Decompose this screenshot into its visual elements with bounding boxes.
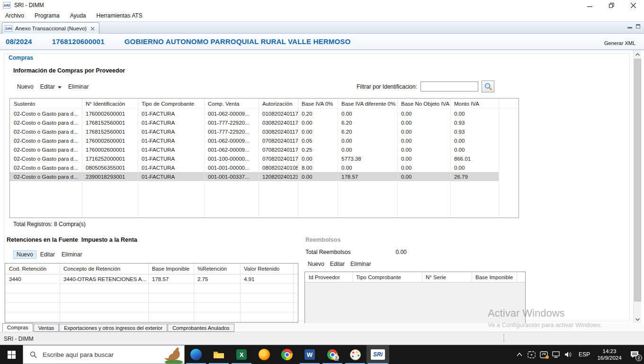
tab-close-icon[interactable] [90, 27, 95, 31]
col-autorizacion[interactable]: Autorización [259, 101, 298, 107]
compras-editar-button[interactable]: Editar [40, 83, 55, 90]
start-button[interactable] [0, 345, 23, 364]
menu-item-programa[interactable]: Programa [29, 12, 65, 19]
compras-table-header: Sustento N° Identificación Tipo de Compr… [10, 99, 519, 109]
menu-item-herramientas-ats[interactable]: Herramientas ATS [91, 12, 148, 19]
taskbar-icon-word[interactable]: W [298, 345, 321, 364]
tab-anexo-transaccional[interactable]: SRi Anexo Transaccional (Nuevo) [2, 22, 99, 34]
bottom-tab-comprobantes-anulados[interactable]: Comprobantes Anulados [168, 324, 234, 332]
col-concepto[interactable]: Concepto de Retención [60, 266, 148, 272]
statusbar-text: SRI - DIMM [4, 336, 34, 342]
filter-search-button[interactable] [482, 81, 494, 92]
taskbar-icon-sri-dimm[interactable]: SRi [367, 345, 389, 364]
search-icon [484, 82, 492, 91]
retenciones-table-header: Cod. Retención Concepto de Retención Bas… [5, 264, 298, 274]
scroll-down-icon[interactable] [634, 315, 642, 323]
scrollbar-thumb[interactable] [634, 59, 641, 301]
compras-table-row[interactable]: 02-Costo o Gasto para d... 1768152560001… [10, 127, 519, 136]
total-registros: Total Registros: 8 Compra(s) [13, 221, 86, 228]
window-title: SRI - DIMM [14, 2, 44, 9]
col-id-proveedor[interactable]: Id Proveedor [305, 274, 352, 280]
tray-chevron-up-icon[interactable] [513, 345, 526, 364]
file-explorer-icon [213, 350, 224, 359]
notification-button[interactable]: 2 [625, 345, 644, 364]
col-n-serie[interactable]: N° Serie [422, 274, 472, 280]
col-base-imponible[interactable]: Base Imponible [148, 266, 194, 272]
tray-network-icon[interactable] [550, 345, 563, 364]
col-base-no-objeto[interactable]: Base No Objeto IVA [397, 101, 450, 107]
col-sustento[interactable]: Sustento [10, 101, 82, 107]
tray-update-icon[interactable] [538, 345, 550, 364]
view-minimize-icon[interactable] [627, 24, 632, 28]
col-base-iva-diferente[interactable]: Base IVA diferente 0% [338, 101, 397, 107]
bottom-tab-ventas[interactable]: Ventas [34, 324, 59, 332]
compras-toolbar: Nuevo Editar Eliminar [17, 83, 95, 90]
col-identificacion[interactable]: N° Identificación [82, 101, 138, 107]
retenciones-table: Cod. Retención Concepto de Retención Bas… [5, 263, 298, 323]
compras-nuevo-button[interactable]: Nuevo [17, 83, 34, 90]
compras-table-row[interactable]: 02-Costo o Gasto para d... 2390018293001… [10, 172, 519, 181]
editar-dropdown-icon[interactable] [58, 86, 62, 89]
reembolsos-table-header: Id Proveedor Tipo Comprobante N° Serie B… [305, 272, 525, 282]
taskbar-search-box[interactable]: Escribe aquí para buscar [23, 345, 185, 364]
taskbar-icon-edge[interactable] [185, 345, 207, 364]
col-tipo-comprobante-reemb[interactable]: Tipo Comprobante [352, 274, 422, 280]
firefox-icon [259, 349, 270, 360]
search-icon [30, 351, 37, 358]
taskbar-icon-paint[interactable] [344, 345, 367, 364]
filter-input[interactable] [420, 82, 478, 91]
reembolsos-nuevo-button[interactable]: Nuevo [308, 261, 324, 267]
retenciones-table-row[interactable]: 3440 3440-OTRAS RETENCIONES A... 178.57 … [5, 274, 298, 284]
compras-table-row[interactable]: 02-Costo o Gasto para d... 1716252000001… [10, 154, 519, 163]
generar-xml-button[interactable]: Generar XML [604, 40, 635, 46]
reembolsos-editar-button[interactable]: Editar [330, 261, 345, 267]
close-button[interactable] [622, 0, 644, 10]
menubar: Archivo Programa Ayuda Herramientas ATS [0, 10, 644, 21]
notification-badge: 2 [635, 355, 642, 361]
language-indicator[interactable]: ESP [575, 351, 594, 358]
compras-table-row[interactable]: 02-Costo o Gasto para d... 1760002600001… [10, 145, 519, 154]
menu-item-ayuda[interactable]: Ayuda [65, 12, 91, 19]
retenciones-nuevo-button[interactable]: Nuevo [13, 250, 36, 259]
taskbar-icon-firefox[interactable] [253, 345, 276, 364]
tab-sri-logo-icon: SRi [5, 25, 12, 32]
col-cod-retencion[interactable]: Cod. Retención [5, 266, 60, 272]
taskbar-icon-chrome-profile[interactable] [321, 345, 344, 364]
ruc-label: 1768120600001 [52, 37, 105, 46]
col-monto-iva[interactable]: Monto IVA [450, 101, 499, 107]
col-pct-retencion[interactable]: %Retención [194, 266, 240, 272]
col-base-iva-0[interactable]: Base IVA 0% [298, 101, 338, 107]
retenciones-editar-button[interactable]: Editar [40, 251, 55, 258]
view-maximize-icon[interactable] [636, 24, 640, 28]
taskbar-icon-excel[interactable]: X [230, 345, 253, 364]
compras-table-row[interactable]: 02-Costo o Gasto para d... 1768152560001… [10, 118, 519, 127]
bottom-tab-compras[interactable]: Compras [2, 323, 33, 332]
compras-table-row[interactable]: 02-Costo o Gasto para d... 1760002600001… [10, 136, 519, 145]
compras-table-row[interactable]: 02-Costo o Gasto para d... 1760002600001… [10, 109, 519, 118]
taskbar-icon-file-explorer[interactable] [207, 345, 230, 364]
scroll-up-icon[interactable] [634, 50, 642, 58]
col-comp-venta[interactable]: Comp. Venta [204, 101, 259, 107]
taskbar-clock[interactable]: 14:23 16/9/2024 [594, 348, 625, 361]
retenciones-eliminar-button[interactable]: Eliminar [62, 251, 82, 258]
compras-table-row[interactable]: 02-Costo o Gasto para d... 0805056355001… [10, 163, 519, 172]
compras-eliminar-button[interactable]: Eliminar [68, 83, 89, 90]
restore-button[interactable] [600, 0, 622, 10]
reembolsos-eliminar-button[interactable]: Eliminar [350, 261, 371, 267]
excel-icon: X [236, 349, 247, 360]
col-valor-retenido[interactable]: Valor Retenido [240, 266, 293, 272]
tray-cast-icon[interactable] [526, 345, 538, 364]
taskbar-icon-chrome[interactable] [276, 345, 298, 364]
vertical-scrollbar[interactable] [633, 50, 641, 323]
col-tipo-comprobante[interactable]: Tipo de Comprobante [138, 101, 204, 107]
col-base-imponible-reemb[interactable]: Base Imponible [472, 274, 517, 280]
tray-volume-icon[interactable] [563, 345, 575, 364]
retenciones-empty-rows [5, 284, 298, 322]
bottom-tab-exportaciones[interactable]: Exportaciones y otros ingresos del exter… [59, 324, 167, 332]
sri-icon: SRi [371, 349, 385, 360]
minimize-button[interactable] [579, 0, 600, 10]
menu-item-archivo[interactable]: Archivo [0, 12, 29, 19]
profile-avatar [333, 355, 339, 361]
compras-table-body: 02-Costo o Gasto para d... 1760002600001… [10, 109, 519, 181]
content-area: Compras Información de Compras por Prove… [0, 50, 644, 323]
